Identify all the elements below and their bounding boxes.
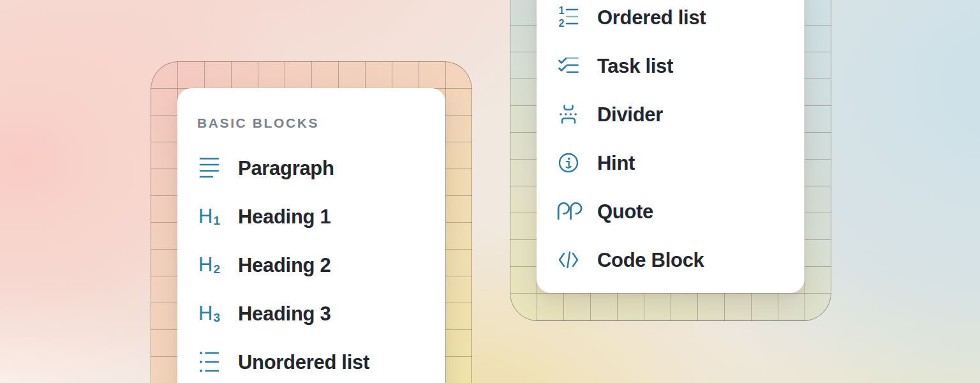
menu-item-quote[interactable]: Quote (556, 187, 792, 236)
menu-item-heading-1[interactable]: H1Heading 1 (197, 192, 433, 241)
divider-icon (556, 102, 581, 126)
basic-blocks-list: ParagraphH1Heading 1H2Heading 2H3Heading… (197, 144, 433, 383)
menu-item-heading-2[interactable]: H2Heading 2 (197, 241, 433, 289)
menu-item-label: Hint (597, 153, 635, 173)
basic-blocks-menu: BASIC BLOCKS ParagraphH1Heading 1H2Headi… (177, 88, 445, 383)
menu-item-paragraph[interactable]: Paragraph (197, 144, 433, 192)
menu-item-label: Heading 1 (238, 207, 330, 227)
menu-item-task-list[interactable]: Task list (556, 41, 792, 90)
code-block-icon (556, 248, 581, 272)
menu-item-label: Paragraph (238, 158, 334, 178)
heading-1-icon: H1 (197, 204, 221, 229)
menu-item-label: Heading 3 (238, 304, 330, 324)
menu-item-heading-3[interactable]: H3Heading 3 (197, 289, 433, 338)
menu-item-label: Heading 2 (238, 255, 330, 275)
more-blocks-menu: 12Ordered list Task list Divider Hint Qu… (537, 0, 805, 293)
hint-icon (556, 151, 581, 175)
paragraph-icon (197, 156, 221, 180)
heading-2-icon: H2 (197, 253, 221, 277)
menu-item-label: Unordered list (238, 352, 369, 372)
task-list-icon (556, 54, 581, 78)
svg-text:2: 2 (559, 18, 565, 29)
more-blocks-list: 12Ordered list Task list Divider Hint Qu… (556, 0, 792, 284)
menu-item-label: Divider (597, 105, 663, 124)
heading-3-icon: H3 (197, 301, 221, 326)
menu-item-code-block[interactable]: Code Block (556, 236, 792, 284)
svg-text:1: 1 (559, 5, 565, 16)
unordered-list-icon (197, 350, 221, 374)
menu-item-divider[interactable]: Divider (556, 90, 792, 139)
menu-item-label: Quote (597, 202, 653, 222)
menu-item-label: Code Block (597, 250, 704, 270)
ordered-list-icon: 12 (556, 5, 581, 29)
menu-item-unordered-list[interactable]: Unordered list (197, 338, 433, 383)
section-label: BASIC BLOCKS (197, 116, 433, 130)
menu-item-ordered-list[interactable]: 12Ordered list (556, 0, 792, 41)
menu-item-label: Task list (597, 56, 673, 76)
hero-canvas: BASIC BLOCKS ParagraphH1Heading 1H2Headi… (0, 0, 980, 383)
menu-item-hint[interactable]: Hint (556, 139, 792, 187)
quote-icon (556, 199, 581, 223)
menu-item-label: Ordered list (597, 8, 706, 27)
